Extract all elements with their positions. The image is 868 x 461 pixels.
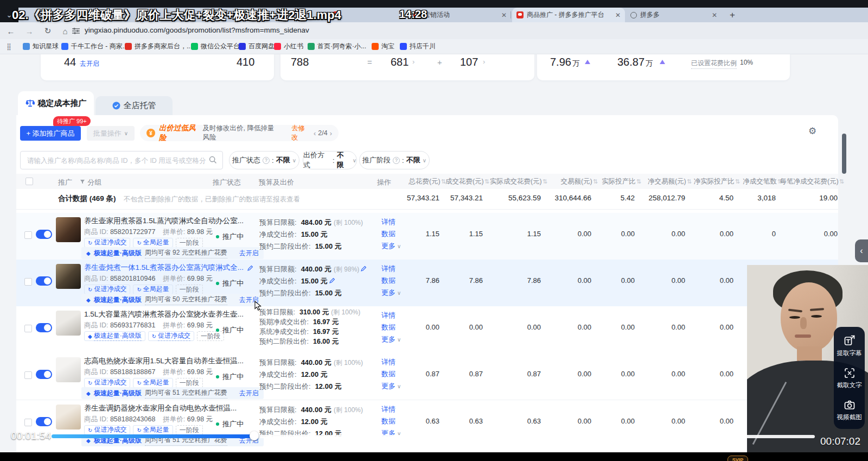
tag-chip-promo[interactable]: ↻全局起量 [133, 378, 173, 388]
row-action-detail[interactable]: 详情 [381, 405, 395, 414]
chevron-right-icon[interactable]: › [483, 58, 485, 66]
tag-chip-promo[interactable]: ↻促进净成交 [84, 378, 130, 388]
promo-toggle-on[interactable] [36, 370, 52, 379]
pager-prev-icon[interactable]: ‹ [314, 129, 316, 137]
tag-chip-promo[interactable]: ↻促进净成交 [84, 425, 130, 435]
product-id-line: 商品 ID: 856931776831拼单价: 69.98 元 [84, 321, 220, 330]
filter-funnel-icon[interactable] [80, 179, 85, 185]
site-settings-icon[interactable] [72, 27, 80, 35]
bookmark-item[interactable]: 百度网盘 [239, 41, 275, 52]
go-fix-link[interactable]: 去修改 [291, 124, 310, 142]
row-action-detail[interactable]: 详情 [381, 311, 395, 320]
col-group[interactable]: 分组 [87, 178, 101, 186]
tab-close-icon[interactable]: ✕ [497, 11, 507, 19]
promo-toggle-on[interactable] [36, 417, 52, 426]
bookmark-item[interactable]: 拼多多商家后台，... [125, 41, 192, 52]
tag-chip-promo[interactable]: ◆极速起量·高级版 [84, 331, 145, 341]
promo-toggle-on[interactable] [36, 276, 52, 286]
row-checkbox[interactable] [24, 325, 32, 332]
pager-next-icon[interactable]: › [330, 129, 332, 137]
filter-promo-stage[interactable]: 推广阶段?:不限∨ [359, 151, 430, 169]
edit-pencil-icon[interactable] [329, 277, 335, 283]
metric-value: 0.00 [423, 323, 483, 331]
bookmark-item[interactable]: 知识星球 [23, 41, 59, 52]
bookmark-item[interactable]: 首页·阿奇索·小... [308, 41, 366, 52]
filter-promo-status[interactable]: 推广状态?:不限∨ [229, 151, 299, 169]
go-enable-link[interactable]: 去开启 [239, 249, 259, 258]
bookmark-item[interactable]: 小红书 [274, 41, 303, 52]
batch-action-button[interactable]: 批量操作∨ [87, 126, 135, 141]
tag-icon: ↻ [88, 240, 92, 246]
tag-chip-promo[interactable]: ↻促进净成交 [148, 331, 194, 341]
url-bar[interactable]: yingxiao.pinduoduo.com/goods/promotion/l… [85, 26, 309, 34]
tab-close-icon[interactable]: ✕ [611, 11, 621, 19]
select-all-checkbox[interactable] [25, 178, 33, 187]
status-text: 推广中 [222, 232, 244, 242]
video-screenshot-icon [843, 399, 856, 412]
add-promo-product-button[interactable]: + 添加推广商品 [20, 126, 81, 141]
bookmark-item[interactable]: 淘宝 [372, 41, 394, 52]
scrollbar-thumb[interactable] [842, 134, 846, 174]
tag-chip-promo[interactable]: ↻促进净成交 [84, 238, 130, 248]
go-enable-link[interactable]: 去开启 [80, 59, 99, 68]
forward-icon[interactable]: → [23, 24, 36, 37]
product-name[interactable]: 1.5L大容量蒸汽喷淋煮茶器办公室烧水壶养生壶... [84, 310, 244, 319]
tag-chip-promo[interactable]: ↻促进净成交 [84, 285, 130, 294]
sort-icon[interactable]: ⇅ [839, 178, 844, 185]
col-metric-header[interactable]: 每笔净成交花费(元)⇅ [756, 177, 844, 186]
back-icon[interactable]: ← [4, 24, 17, 37]
tab-close-icon[interactable]: ✕ [707, 11, 717, 19]
side-button-截取文字[interactable]: 截取文字 [837, 367, 862, 389]
browser-tab[interactable]: 拼多多✕ [626, 8, 722, 22]
row-checkbox[interactable] [24, 278, 32, 286]
tab-stable-cost-promo[interactable]: 稳定成本推广 [18, 91, 94, 115]
refresh-icon[interactable]: ↻ [41, 24, 54, 37]
progress-bar-remaining[interactable] [259, 435, 815, 438]
budget-line: 净成交出价:12.00 元 [259, 417, 328, 427]
row-action-detail[interactable]: 详情 [381, 264, 395, 274]
promo-toggle-on[interactable] [36, 323, 52, 332]
row-checkbox[interactable] [24, 231, 32, 239]
product-name[interactable]: 养生壶调奶器烧水壶家用全自动电热水壶恒温... [84, 403, 237, 413]
progress-knob[interactable] [250, 431, 259, 440]
product-name[interactable]: 养生壶家用煮茶器1.5L蒸汽喷淋式全自动办公室... [84, 216, 244, 226]
row-checkbox[interactable] [24, 371, 32, 379]
gear-icon[interactable]: ⚙ [808, 125, 816, 137]
side-button-视频截图[interactable]: 视频截图 [837, 399, 862, 421]
tag-chip-promo[interactable]: ↻全局起量 [133, 425, 173, 435]
promo-toggle-on[interactable] [36, 230, 52, 239]
row-action-more[interactable]: 更多∨ [381, 241, 401, 251]
go-enable-link[interactable]: 去开启 [239, 389, 259, 398]
bookmark-item[interactable]: 抖店千川 [400, 41, 436, 52]
row-action-more[interactable]: 更多∨ [381, 334, 401, 344]
row-checkbox[interactable] [24, 419, 32, 426]
edit-pencil-icon[interactable] [247, 265, 253, 271]
tag-chip-promo[interactable]: ↻全局起量 [133, 238, 173, 248]
product-name[interactable]: 志高电热烧水壶家用1.5L大容量自动养生壶恒温... [84, 356, 244, 366]
side-button-提取字幕[interactable]: 提取字幕 [837, 334, 862, 357]
stat-a[interactable]: 681 [391, 56, 409, 68]
search-input[interactable] [26, 152, 207, 169]
new-tab-button[interactable]: + [726, 9, 739, 21]
tag-line: ↻促进净成交↻全局起量一阶段 [84, 425, 203, 435]
product-name[interactable]: 养生壶炖煮一体1.5L煮茶器办公室蒸汽喷淋式全... [84, 263, 253, 273]
row-action-more[interactable]: 更多∨ [381, 288, 401, 298]
row-action-more[interactable]: 更多∨ [381, 381, 401, 391]
collapse-panel-tab[interactable]: ‹ [855, 239, 868, 262]
stat-b[interactable]: 107 [460, 56, 478, 68]
chevron-right-icon[interactable]: › [412, 58, 414, 66]
tag-chip-promo[interactable]: ↻全局起量 [133, 285, 173, 294]
filter-value: 不限 [337, 150, 350, 170]
apps-grid-icon[interactable]: ⣿ [7, 43, 12, 50]
search-icon[interactable] [209, 156, 217, 164]
row-action-detail[interactable]: 详情 [381, 357, 395, 367]
bookmark-item[interactable]: 千牛工作台 - 商家... [61, 41, 128, 52]
progress-bar-played[interactable] [52, 434, 254, 438]
filter-bid-method[interactable]: 出价方式:不限∨ [303, 151, 357, 169]
tab-store-trusteeship[interactable]: 全店托管 [95, 96, 173, 115]
bookmark-item[interactable]: 微信公众平台 [191, 41, 240, 52]
row-action-detail[interactable]: 详情 [381, 217, 395, 227]
browser-tab[interactable]: 商品推广 - 拼多多推广平台✕ [512, 8, 625, 22]
edit-pencil-icon[interactable] [361, 266, 367, 271]
home-icon[interactable]: ⌂ [59, 24, 72, 37]
